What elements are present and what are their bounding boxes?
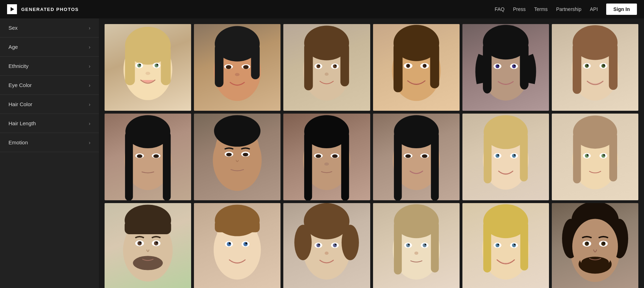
svg-point-33 (319, 65, 320, 66)
filter-ethnicity[interactable]: Ethnicity › (0, 57, 99, 76)
photo-card[interactable] (105, 203, 191, 288)
svg-point-111 (495, 154, 499, 158)
photo-card[interactable] (462, 203, 549, 288)
photo-grid-area (99, 18, 644, 288)
sign-in-button[interactable]: Sign In (606, 4, 637, 15)
svg-rect-108 (520, 132, 527, 182)
photo-card[interactable] (283, 203, 370, 288)
svg-point-124 (587, 154, 588, 156)
nav-partnership[interactable]: Partnership (556, 6, 581, 12)
svg-point-8 (137, 63, 141, 67)
svg-point-34 (335, 65, 336, 66)
svg-rect-4 (125, 46, 135, 85)
nav-faq[interactable]: FAQ (495, 6, 504, 12)
filter-age[interactable]: Age › (0, 38, 99, 57)
photo-card[interactable] (552, 114, 638, 200)
svg-point-152 (295, 225, 312, 260)
svg-rect-28 (341, 43, 349, 86)
chevron-sex-icon: › (89, 25, 90, 31)
svg-point-172 (414, 252, 418, 255)
photo-card[interactable] (373, 24, 460, 111)
filter-emotion[interactable]: Emotion › (0, 133, 99, 152)
svg-point-77 (153, 155, 159, 158)
svg-point-195 (603, 242, 605, 244)
svg-point-113 (497, 154, 499, 156)
filter-eye-color[interactable]: Eye Color › (0, 76, 99, 95)
photo-card[interactable] (194, 114, 280, 200)
svg-point-103 (422, 155, 427, 158)
svg-point-168 (406, 243, 410, 247)
photo-card[interactable] (283, 114, 370, 200)
photo-card[interactable] (552, 24, 638, 111)
filter-sex[interactable]: Sex › (0, 18, 99, 38)
svg-point-198 (581, 257, 609, 268)
svg-point-135 (154, 241, 158, 246)
svg-point-18 (215, 32, 260, 56)
svg-point-114 (514, 154, 515, 156)
svg-point-123 (601, 154, 605, 158)
header-nav: FAQ Press Terms Partnership API Sign In (495, 4, 637, 15)
svg-point-65 (585, 64, 589, 68)
filter-hair-length-label: Hair Length (8, 120, 36, 126)
svg-rect-98 (394, 132, 402, 200)
svg-point-21 (226, 65, 231, 69)
svg-point-151 (304, 203, 349, 240)
svg-point-158 (319, 244, 320, 245)
svg-point-32 (333, 64, 337, 68)
photo-card[interactable] (194, 24, 280, 111)
svg-rect-164 (394, 221, 402, 275)
svg-point-145 (227, 242, 231, 246)
svg-point-11 (156, 64, 158, 65)
svg-point-102 (405, 155, 411, 158)
svg-point-134 (137, 241, 142, 246)
filter-hair-length[interactable]: Hair Length › (0, 114, 99, 133)
svg-point-44 (423, 64, 426, 68)
svg-point-54 (495, 64, 499, 68)
svg-rect-176 (483, 221, 491, 273)
nav-terms[interactable]: Terms (534, 6, 548, 12)
svg-point-9 (155, 63, 159, 67)
chevron-age-icon: › (89, 44, 90, 50)
logo-icon[interactable] (7, 4, 17, 14)
svg-point-194 (586, 242, 589, 244)
svg-point-146 (243, 242, 248, 246)
photo-card[interactable] (462, 114, 549, 200)
svg-point-147 (229, 242, 231, 244)
photo-card[interactable] (194, 203, 280, 288)
svg-point-137 (156, 242, 158, 244)
svg-point-46 (424, 64, 426, 66)
svg-point-43 (406, 64, 410, 68)
svg-point-80 (214, 115, 261, 147)
photo-card[interactable] (105, 114, 191, 200)
photo-card[interactable] (105, 24, 191, 111)
filter-emotion-label: Emotion (8, 139, 28, 145)
svg-point-157 (333, 243, 337, 247)
photo-card[interactable] (283, 24, 370, 111)
main-layout: Sex › Age › Ethnicity › Eye Color › Hair… (0, 0, 644, 288)
svg-rect-177 (520, 221, 528, 271)
svg-rect-27 (304, 43, 313, 90)
filter-hair-color-label: Hair Color (8, 101, 33, 107)
svg-marker-0 (11, 7, 14, 11)
photo-card[interactable] (552, 203, 638, 288)
brand-name: GENERATED PHOTOS (21, 7, 79, 12)
svg-point-68 (603, 64, 605, 66)
nav-api[interactable]: API (590, 6, 598, 12)
svg-rect-62 (609, 42, 618, 90)
nav-press[interactable]: Press (513, 6, 526, 12)
svg-point-84 (243, 153, 248, 156)
svg-rect-142 (215, 220, 260, 232)
svg-rect-61 (573, 42, 581, 94)
svg-point-138 (133, 256, 163, 270)
photo-card[interactable] (462, 24, 549, 111)
svg-point-112 (512, 154, 516, 158)
svg-point-10 (139, 64, 141, 65)
svg-point-83 (226, 153, 232, 156)
photo-card[interactable] (373, 114, 460, 200)
svg-point-92 (316, 155, 321, 158)
svg-point-45 (408, 64, 409, 66)
filter-hair-color[interactable]: Hair Color › (0, 95, 99, 114)
svg-point-193 (601, 242, 605, 246)
photo-card[interactable] (373, 203, 460, 288)
svg-point-183 (514, 244, 515, 245)
